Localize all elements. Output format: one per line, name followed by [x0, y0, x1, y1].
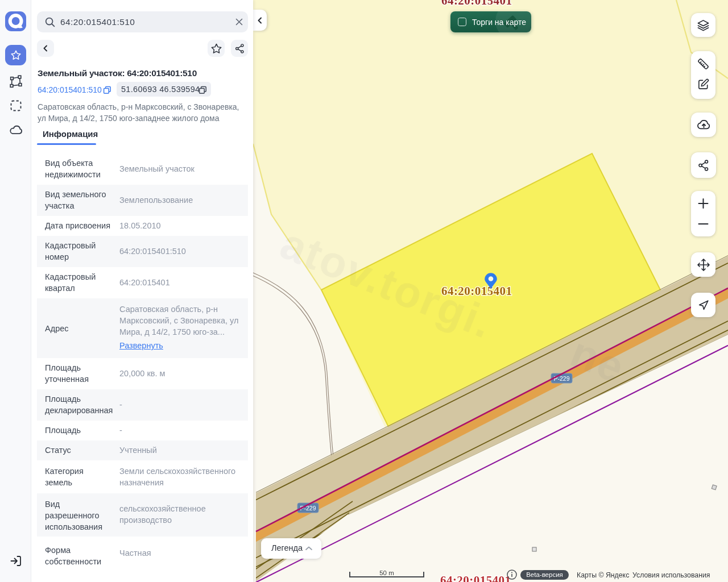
svg-text:64:20:015401: 64:20:015401 — [441, 284, 512, 298]
svg-text:64:20:015401: 64:20:015401 — [440, 573, 511, 582]
svg-text:Р-229: Р-229 — [553, 375, 569, 382]
svg-text:64:20:015401: 64:20:015401 — [441, 0, 512, 7]
